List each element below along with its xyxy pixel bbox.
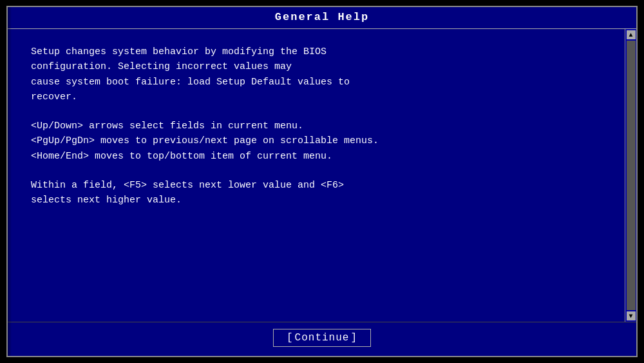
title-bar: General Help: [8, 7, 636, 29]
title-text: General Help: [275, 11, 369, 23]
navigation-paragraph: <Up/Down> arrows select fields in curren…: [31, 119, 607, 164]
field-help-paragraph: Within a field, <F5> selects next lower …: [31, 178, 607, 208]
scroll-thumb[interactable]: [627, 41, 636, 310]
scroll-up-arrow[interactable]: ▲: [627, 30, 636, 39]
scrollbar[interactable]: ▲ ▼: [625, 29, 636, 322]
bios-screen: General Help Setup changes system behavi…: [6, 6, 638, 357]
continue-button[interactable]: Continue: [273, 329, 371, 347]
footer: Continue: [8, 322, 636, 356]
scroll-down-arrow[interactable]: ▼: [627, 311, 636, 320]
intro-paragraph: Setup changes system behavior by modifyi…: [31, 44, 607, 104]
content-area: Setup changes system behavior by modifyi…: [8, 29, 636, 322]
main-content: Setup changes system behavior by modifyi…: [8, 29, 625, 322]
